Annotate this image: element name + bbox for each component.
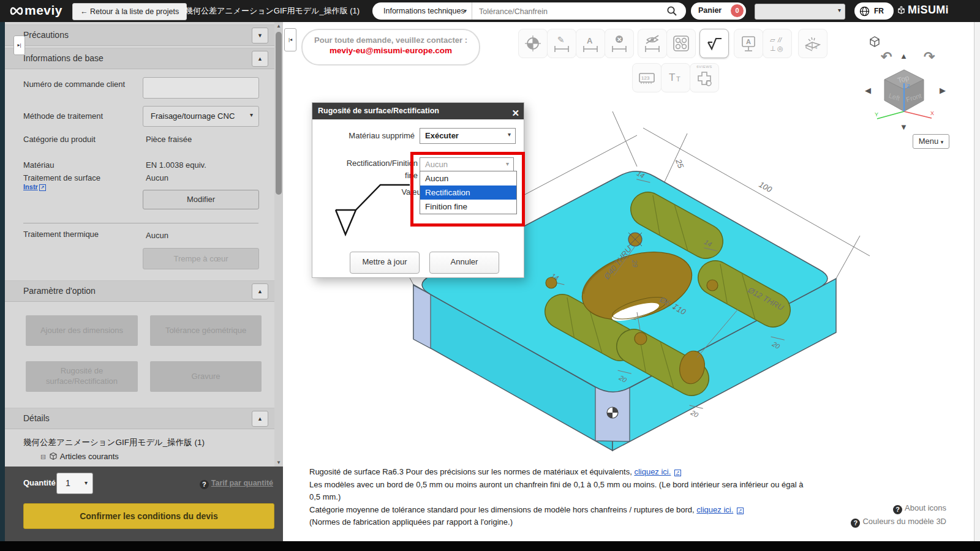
scrollbar-thumb[interactable]: [276, 32, 282, 195]
viewcube-menu-button[interactable]: Menu ▾: [913, 134, 949, 149]
tree-child-item[interactable]: ⊟ Articles courants: [40, 451, 119, 461]
datum-target-icon: [607, 407, 618, 418]
tree-expand-icon[interactable]: ⊟: [40, 453, 46, 460]
small-hole[interactable]: [707, 280, 718, 291]
scroll-up-icon[interactable]: ▲: [274, 23, 283, 29]
cube-mode-icon[interactable]: [867, 34, 882, 49]
rectification-select[interactable]: Aucun ▾: [420, 157, 514, 172]
dropdown-option-finition-fine[interactable]: Finition fine: [420, 200, 516, 214]
datum-target-tool[interactable]: [518, 29, 548, 58]
svg-text:4: 4: [815, 45, 818, 50]
method-select[interactable]: Fraisage/tournage CNC ▾: [143, 106, 259, 127]
svg-text:A: A: [587, 36, 593, 45]
collapse-toggle-button[interactable]: ▼: [252, 28, 268, 43]
tariff-link[interactable]: ?Tarif par quantité: [200, 479, 273, 489]
measure-tool[interactable]: 123: [632, 63, 662, 92]
tolerance-link[interactable]: cliquez ici.: [696, 505, 733, 514]
annotation-tool[interactable]: A: [734, 29, 763, 58]
scroll-down-icon[interactable]: ▼: [274, 460, 283, 465]
thermal-value: Aucun: [146, 231, 168, 240]
quote-footer: Quantité 1 ▾ ?Tarif par quantité Confirm…: [5, 467, 283, 541]
section-title: Précautions: [23, 30, 69, 40]
model-colors-link[interactable]: ?Couleurs du modèle 3D: [851, 517, 946, 528]
small-hole[interactable]: [546, 277, 557, 288]
modify-button[interactable]: Modifier: [143, 190, 259, 209]
dropdown-option-rectification[interactable]: Rectification: [420, 186, 516, 200]
dropdown-option-aucun[interactable]: Aucun: [420, 171, 516, 186]
section-precautions[interactable]: Précautions ▼: [5, 24, 274, 46]
orbit-left-icon[interactable]: ◀: [865, 86, 871, 95]
svg-text:T: T: [676, 75, 680, 83]
order-number-input[interactable]: [143, 77, 259, 99]
window-scrollbar[interactable]: [974, 22, 980, 541]
chevron-down-icon: ▾: [85, 479, 88, 486]
search-input[interactable]: [478, 4, 658, 20]
panel-collapse-button[interactable]: |◂: [284, 28, 296, 51]
tree-root-item[interactable]: 幾何公差アニメーションGIF用モデル_操作版 (1): [23, 437, 205, 448]
material-removed-select[interactable]: Exécuter ▾: [420, 128, 516, 144]
collapse-toggle-button[interactable]: ▲: [252, 411, 268, 427]
confirm-quote-button[interactable]: Confirmer les conditions du devis: [23, 503, 274, 529]
svg-text:▱: ▱: [770, 36, 775, 43]
cart-button[interactable]: Panier 0: [691, 2, 746, 20]
quantity-select[interactable]: 1 ▾: [56, 473, 93, 494]
language-code: FR: [874, 7, 884, 15]
dim-29: 29: [631, 259, 639, 268]
thermal-label: Traitement thermique: [23, 230, 99, 239]
sidebar-scrollbar[interactable]: ▲ ▼: [274, 22, 283, 467]
external-link-icon: ↗: [674, 470, 681, 476]
geometric-tolerance-button[interactable]: Tolérance géométrique: [150, 315, 262, 346]
surface-roughness-button[interactable]: Rugosité de surface/Rectification: [26, 361, 138, 392]
meviy-logo[interactable]: meviy: [9, 3, 62, 18]
collapse-toggle-button[interactable]: ▲: [252, 283, 268, 299]
small-hole[interactable]: [635, 332, 647, 345]
instructions-link[interactable]: Instr↗: [23, 183, 46, 191]
category-value: Pièce fraisée: [146, 135, 192, 144]
collapse-toggle-button[interactable]: ▲: [252, 51, 268, 67]
svg-text:20: 20: [689, 408, 700, 419]
surface-roughness-dialog: Rugosité de surface/Rectification ✕ Maté…: [312, 102, 524, 278]
view-cube[interactable]: Top Left Front Y X Z: [873, 61, 935, 129]
six-views-tool[interactable]: 6VIEWS: [690, 63, 719, 92]
surface-roughness-tool[interactable]: [699, 29, 729, 58]
contact-email[interactable]: meviy-eu@misumi-europe.com: [303, 46, 479, 55]
manufacturing-notes: Rugosité de surface Ra6.3 Pour des préci…: [309, 466, 861, 529]
external-link-icon: ↗: [39, 184, 46, 191]
chevron-down-icon: ▾: [941, 139, 944, 145]
dialog-title-bar[interactable]: Rugosité de surface/Rectification ✕: [312, 103, 524, 119]
geometric-tolerance-tool[interactable]: ▱//⊥◎: [763, 29, 792, 58]
hole-pattern-tool[interactable]: [666, 29, 696, 58]
text-size-tool[interactable]: TT: [661, 63, 690, 92]
engraving-tool[interactable]: 4: [798, 29, 827, 58]
orbit-right-icon[interactable]: ▶: [940, 86, 946, 95]
svg-text:T: T: [669, 72, 675, 83]
edit-dimension-tool[interactable]: ✎: [547, 29, 576, 58]
engraving-button[interactable]: Gravure: [150, 361, 262, 392]
about-icons-link[interactable]: ?About icons: [893, 503, 946, 514]
text-dimension-tool[interactable]: A: [576, 29, 605, 58]
tree-child-label: Articles courants: [60, 452, 119, 461]
section-info-base[interactable]: Informations de base ▲: [5, 48, 274, 69]
close-icon[interactable]: ✕: [511, 105, 519, 121]
core-hardening-button[interactable]: Trempe à cœur: [143, 248, 259, 269]
category-label: Catégorie du produit: [23, 135, 96, 144]
section-options[interactable]: Paramètre d'option ▲: [5, 280, 274, 302]
section-details[interactable]: Détails ▲: [5, 408, 274, 429]
language-button[interactable]: FR: [854, 2, 894, 20]
back-to-projects-button[interactable]: ← Retour à la liste de projets: [72, 3, 187, 20]
add-dimensions-button[interactable]: Ajouter des dimensions: [26, 315, 138, 346]
help-circle-icon: ?: [893, 505, 902, 514]
delete-dimension-tool[interactable]: ✕: [605, 29, 634, 58]
update-button[interactable]: Mettre à jour: [350, 252, 420, 274]
hide-dimensions-tool[interactable]: [638, 29, 667, 58]
search-icon[interactable]: [666, 6, 677, 17]
search-category-select[interactable]: Informations techniques▾: [379, 2, 472, 20]
model-corner-face-left[interactable]: [413, 285, 431, 348]
material-value: EN 1.0038 equiv.: [146, 160, 206, 170]
cancel-button[interactable]: Annuler: [429, 252, 499, 274]
sidebar-collapse-handle[interactable]: ▸|: [13, 36, 25, 55]
project-select[interactable]: ▾: [755, 4, 845, 20]
orbit-up-icon[interactable]: ▲: [900, 51, 908, 61]
materials-link[interactable]: cliquez ici.: [634, 467, 671, 476]
misumi-logo[interactable]: MiSUMi: [897, 4, 949, 17]
